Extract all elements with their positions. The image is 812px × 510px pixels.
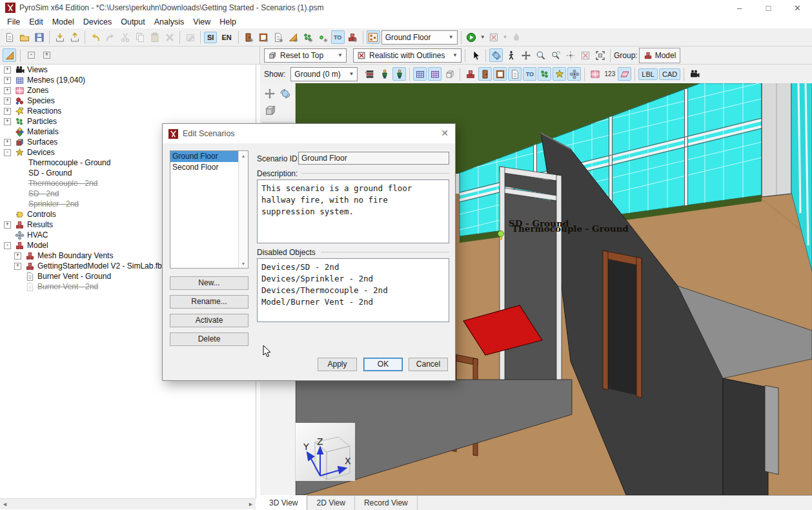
group-selector-button[interactable]: Model	[639, 48, 681, 63]
pan-tool-button[interactable]	[519, 48, 533, 62]
tree-horizontal-scrollbar[interactable]: ◄ ►	[0, 498, 256, 509]
expander[interactable]: +	[14, 252, 21, 260]
show-mesh-outline-button[interactable]	[443, 67, 456, 81]
tree-item-reactions[interactable]: +Reactions	[0, 106, 256, 116]
scroll-left-arrow[interactable]: ◄	[2, 501, 8, 507]
expander[interactable]: +	[4, 97, 11, 105]
close-button[interactable]: ✕	[783, 0, 812, 15]
tab-record-view[interactable]: Record View	[355, 496, 418, 510]
show-background-button[interactable]	[378, 67, 391, 81]
filter-tree-button[interactable]	[3, 48, 16, 62]
expander[interactable]: -	[4, 242, 11, 249]
apply-button[interactable]: Apply	[318, 358, 357, 371]
delete-scenario-button[interactable]: Delete	[170, 332, 249, 346]
show-cad-toggle[interactable]: CAD	[659, 68, 680, 80]
export-button[interactable]	[68, 30, 81, 44]
expander[interactable]: +	[4, 77, 11, 84]
tab-2d-view[interactable]: 2D View	[307, 496, 354, 510]
expander[interactable]: +	[4, 87, 11, 94]
walk-tool-button[interactable]	[504, 48, 518, 62]
show-mesh-solid-button[interactable]	[413, 67, 427, 81]
scenario-combo[interactable]: Ground Floor▼	[381, 30, 458, 45]
dialog-close-icon[interactable]: ✕	[441, 128, 449, 138]
save-button[interactable]	[32, 30, 46, 44]
menu-edit[interactable]: Edit	[25, 16, 48, 28]
menu-analysis[interactable]: Analysis	[150, 16, 189, 28]
expander[interactable]: +	[14, 263, 21, 270]
floor-filter-button[interactable]	[363, 67, 376, 81]
pan-view-icon[interactable]	[264, 87, 276, 100]
manage-scenarios-button[interactable]	[367, 30, 380, 44]
zoom-tool-button[interactable]	[534, 48, 547, 62]
undo-button[interactable]	[88, 30, 102, 44]
scenario-list[interactable]: Ground Floor Second Floor ▲ ▼	[170, 150, 249, 269]
expander[interactable]: +	[4, 108, 11, 115]
show-zones-button[interactable]	[588, 67, 602, 81]
menu-file[interactable]: File	[3, 16, 25, 28]
show-records-button[interactable]: TO	[523, 67, 536, 81]
tab-3d-view[interactable]: 3D View	[260, 495, 307, 510]
tree-item-zones[interactable]: +Zones	[0, 85, 256, 96]
render-mode-combo[interactable]: Realistic with Outlines▼	[353, 48, 462, 63]
new-particles-button[interactable]	[301, 30, 315, 44]
zoom-extents-button[interactable]	[593, 48, 607, 62]
new-vent-button[interactable]	[272, 30, 285, 44]
units-si-toggle[interactable]: SI	[204, 32, 217, 43]
tree-item-views[interactable]: +Views	[0, 65, 256, 75]
new-door-button[interactable]	[242, 30, 256, 44]
zoom-select-tool-button[interactable]	[549, 48, 562, 62]
expander[interactable]: +	[4, 66, 11, 74]
scroll-up-arrow[interactable]: ▲	[239, 151, 248, 160]
rename-scenario-button[interactable]: Rename...	[170, 295, 249, 309]
tree-item-species[interactable]: +Species	[0, 96, 256, 106]
new-scenario-button[interactable]: New...	[170, 276, 249, 290]
select-tool-button[interactable]	[469, 48, 482, 62]
disabled-objects-list[interactable]: Devices/SD - 2nd Devices/Sprinkler - 2nd…	[257, 258, 449, 322]
scenario-list-item-ground[interactable]: Ground Floor	[170, 151, 241, 162]
show-labels-toggle[interactable]: LBL	[638, 68, 658, 80]
reset-view-combo[interactable]: Reset to Top▼	[264, 48, 347, 63]
open-file-button[interactable]	[17, 30, 31, 44]
camera-views-button[interactable]	[687, 67, 701, 81]
units-en-toggle[interactable]: EN	[218, 32, 234, 43]
expander[interactable]: -	[4, 149, 11, 156]
run-simulation-button[interactable]	[465, 30, 478, 44]
expander[interactable]: +	[4, 221, 11, 229]
run-dropdown-caret[interactable]: ▼	[480, 34, 485, 40]
show-mesh-grid-button[interactable]	[428, 67, 442, 81]
rotate-view-icon[interactable]	[279, 87, 291, 100]
collapse-all-button[interactable]: -	[25, 48, 38, 62]
scroll-down-arrow[interactable]: ▼	[239, 259, 248, 268]
scroll-right-arrow[interactable]: ►	[248, 501, 254, 507]
menu-help[interactable]: Help	[215, 16, 241, 28]
show-walls-button[interactable]	[618, 67, 631, 81]
show-doors-button[interactable]	[478, 67, 492, 81]
show-devices-button[interactable]	[553, 67, 566, 81]
show-people-button[interactable]	[392, 67, 406, 81]
import-button[interactable]	[53, 30, 66, 44]
new-file-button[interactable]	[3, 30, 16, 44]
show-particles-button[interactable]	[538, 67, 551, 81]
menu-output[interactable]: Output	[116, 16, 150, 28]
tree-item-meshes[interactable]: +Meshes (19,040)	[0, 75, 256, 85]
description-textarea[interactable]: This scenario is a ground floor hallway …	[257, 179, 449, 243]
ok-button[interactable]: OK	[363, 358, 403, 371]
roam-view-icon[interactable]	[264, 104, 277, 117]
orbit-tool-button[interactable]	[489, 48, 503, 62]
show-holes-button[interactable]	[493, 67, 507, 81]
cancel-button[interactable]: Cancel	[409, 358, 448, 371]
expander[interactable]: +	[4, 139, 11, 146]
new-record-button[interactable]: TO	[331, 30, 345, 44]
new-device-button[interactable]	[316, 30, 330, 44]
show-hvac-button[interactable]	[567, 67, 581, 81]
center-view-button[interactable]	[563, 48, 577, 62]
menu-devices[interactable]: Devices	[79, 16, 116, 28]
menu-model[interactable]: Model	[48, 16, 79, 28]
activate-scenario-button[interactable]: Activate	[170, 314, 249, 327]
show-vents-button[interactable]	[508, 67, 522, 81]
maximize-button[interactable]: □	[754, 0, 783, 15]
expander[interactable]: +	[4, 118, 11, 125]
menu-view[interactable]: View	[188, 16, 215, 28]
new-model-object-button[interactable]	[346, 30, 360, 44]
new-hole-button[interactable]	[257, 30, 270, 44]
